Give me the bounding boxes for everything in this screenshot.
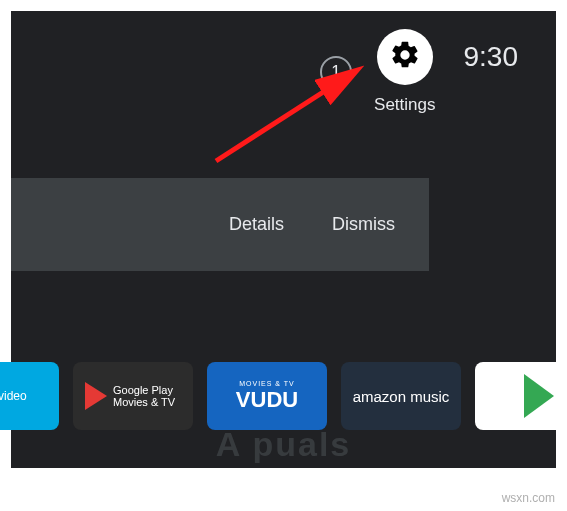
notification-count-badge[interactable]: 1 xyxy=(320,56,352,88)
play-triangle-icon xyxy=(85,382,107,410)
gear-icon xyxy=(389,39,421,75)
app-tile-vudu[interactable]: MOVIES & TV VUDU xyxy=(207,362,327,430)
watermark-main: A puals xyxy=(216,425,352,464)
app-tile-amazon-music[interactable]: amazon music xyxy=(341,362,461,430)
tile-label: Google Play Movies & TV xyxy=(113,384,175,408)
watermark-corner: wsxn.com xyxy=(502,491,555,505)
notification-card: Details Dismiss xyxy=(11,178,429,271)
settings-button[interactable] xyxy=(377,29,433,85)
app-tiles-row: rime video Google Play Movies & TV MOVIE… xyxy=(0,362,567,430)
app-tile-google-play-movies[interactable]: Google Play Movies & TV xyxy=(73,362,193,430)
clock: 9:30 xyxy=(464,41,519,73)
google-play-triangle-icon xyxy=(524,374,554,418)
app-tile-google-play[interactable] xyxy=(475,362,567,430)
status-bar: 1 Settings 9:30 xyxy=(320,29,518,115)
details-button[interactable]: Details xyxy=(229,214,284,235)
dismiss-button[interactable]: Dismiss xyxy=(332,214,395,235)
tile-label: rime video xyxy=(0,389,27,403)
screenshot-frame: 1 Settings 9:30 Details Dismiss xyxy=(11,11,556,468)
settings-column: Settings xyxy=(374,29,435,115)
tile-label: VUDU xyxy=(236,388,298,412)
settings-label: Settings xyxy=(374,95,435,115)
app-tile-prime-video[interactable]: rime video xyxy=(0,362,59,430)
tile-label: amazon music xyxy=(353,388,450,405)
